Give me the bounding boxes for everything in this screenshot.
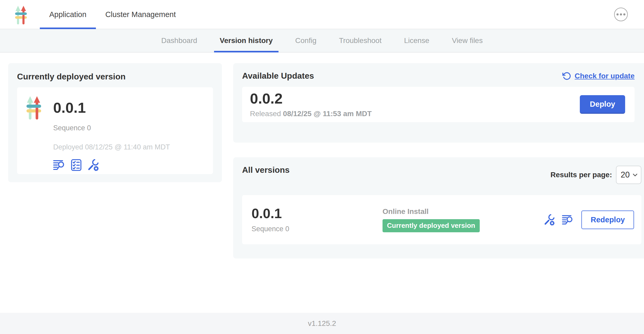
deployed-sequence: Sequence 0 xyxy=(53,124,205,132)
right-column: Available Updates Check for update 0.0.2… xyxy=(233,63,644,313)
check-for-update-label: Check for update xyxy=(575,72,635,80)
refresh-icon xyxy=(562,72,571,80)
version-row: 0.0.1 Sequence 0 Online Install Currentl… xyxy=(242,195,641,244)
config-wrench-icon[interactable] xyxy=(87,159,99,171)
tab-troubleshoot-label: Troubleshoot xyxy=(339,36,381,45)
ellipsis-icon xyxy=(616,13,625,15)
results-per-page-select[interactable]: 20 xyxy=(616,166,641,184)
tab-license-label: License xyxy=(404,36,429,45)
available-updates-title: Available Updates xyxy=(242,71,314,81)
preflight-checks-icon[interactable] xyxy=(71,159,81,171)
row-action-icons: Redeploy xyxy=(544,211,634,229)
row-version-number: 0.0.1 xyxy=(252,207,383,220)
install-type-label: Online Install xyxy=(383,207,544,216)
available-update-row: 0.0.2 Released 08/12/25 @ 11:53 am MDT D… xyxy=(242,87,635,122)
app-subnav: Dashboard Version history Config Trouble… xyxy=(0,29,644,52)
currently-deployed-inner-card: 0.0.1 Sequence 0 Deployed 08/12/25 @ 11:… xyxy=(17,87,213,174)
redeploy-button[interactable]: Redeploy xyxy=(581,211,634,229)
app-logo-icon xyxy=(25,95,42,120)
tab-config-label: Config xyxy=(295,36,316,45)
tab-application[interactable]: Application xyxy=(40,0,96,29)
update-released-timestamp: Released 08/12/25 @ 11:53 am MDT xyxy=(250,110,372,118)
tab-license[interactable]: License xyxy=(398,29,435,52)
deployed-timestamp: Deployed 08/12/25 @ 11:40 am MDT xyxy=(53,143,205,151)
tab-version-history-label: Version history xyxy=(220,36,273,45)
tab-view-files[interactable]: View files xyxy=(446,29,489,52)
currently-deployed-title: Currently deployed version xyxy=(17,72,213,82)
check-for-update-link[interactable]: Check for update xyxy=(562,72,635,80)
deployed-action-icons xyxy=(53,159,205,171)
app-logo-icon xyxy=(15,4,27,25)
update-version-number: 0.0.2 xyxy=(250,91,372,106)
available-updates-card: Available Updates Check for update 0.0.2… xyxy=(233,63,644,143)
tab-application-label: Application xyxy=(49,10,86,19)
config-wrench-icon[interactable] xyxy=(544,214,555,226)
tab-cluster-management-label: Cluster Management xyxy=(105,10,176,19)
all-versions-title: All versions xyxy=(242,165,290,175)
tab-version-history[interactable]: Version history xyxy=(214,29,279,52)
tab-dashboard[interactable]: Dashboard xyxy=(156,29,203,52)
tab-cluster-management[interactable]: Cluster Management xyxy=(96,0,185,29)
top-nav: Application Cluster Management xyxy=(0,0,644,29)
more-menu-button[interactable] xyxy=(614,8,628,21)
tab-troubleshoot[interactable]: Troubleshoot xyxy=(333,29,387,52)
logs-icon[interactable] xyxy=(562,215,574,225)
results-per-page-label: Results per page: xyxy=(550,171,612,179)
tab-dashboard-label: Dashboard xyxy=(161,36,197,45)
deploy-button[interactable]: Deploy xyxy=(580,95,625,114)
main-content: Currently deployed version 0.0.1 Sequenc… xyxy=(0,52,644,313)
tab-view-files-label: View files xyxy=(452,36,483,45)
all-versions-card: All versions Results per page: 20 0.0.1 … xyxy=(233,157,644,258)
results-per-page: Results per page: 20 xyxy=(550,166,641,184)
currently-deployed-badge: Currently deployed version xyxy=(383,219,480,232)
main-tabs: Application Cluster Management xyxy=(40,0,185,29)
chevron-down-icon xyxy=(633,174,637,176)
page-footer: v1.125.2 xyxy=(0,313,644,334)
tab-config[interactable]: Config xyxy=(290,29,322,52)
results-per-page-value: 20 xyxy=(621,170,630,180)
logs-icon[interactable] xyxy=(53,160,65,170)
admin-console-version: v1.125.2 xyxy=(308,319,336,328)
row-sequence: Sequence 0 xyxy=(252,225,383,233)
deployed-version-number: 0.0.1 xyxy=(53,100,205,120)
currently-deployed-card: Currently deployed version 0.0.1 Sequenc… xyxy=(8,63,222,182)
